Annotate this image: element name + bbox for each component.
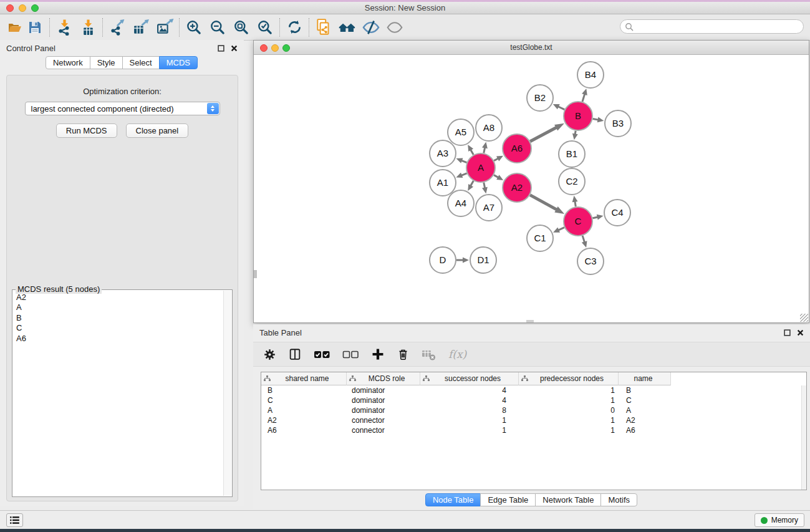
edge-A-A8[interactable] (484, 147, 485, 153)
result-item[interactable]: C (16, 323, 232, 333)
home-button[interactable] (337, 17, 357, 37)
node-C2[interactable]: C2 (559, 168, 585, 195)
clone-network-button[interactable] (314, 17, 334, 37)
table-cell[interactable]: C (261, 396, 347, 405)
table-cell[interactable]: dominator (347, 386, 420, 395)
export-table-button[interactable] (131, 17, 151, 37)
tab-mcds[interactable]: MCDS (159, 56, 198, 69)
hide-panels-button[interactable] (361, 17, 381, 37)
node-C1[interactable]: C1 (527, 225, 553, 251)
edge-A-A6[interactable] (494, 158, 498, 161)
table-cell[interactable]: connector (347, 416, 420, 425)
export-network-button[interactable] (107, 17, 127, 37)
result-item[interactable]: A6 (16, 334, 232, 344)
close-panel-button[interactable] (231, 45, 238, 52)
network-canvas[interactable]: AA1A2A3A4A5A6A7A8BB1B2B3B4CC1C2C3C4DD1 (254, 55, 809, 322)
table-close-button[interactable] (797, 329, 804, 336)
delete-table-button[interactable] (422, 347, 436, 362)
node-A5[interactable]: A5 (448, 119, 474, 145)
result-scrollbar[interactable] (223, 291, 231, 496)
show-panels-button[interactable] (385, 17, 405, 37)
run-mcds-button[interactable]: Run MCDS (56, 123, 117, 138)
edge-B-B2[interactable] (558, 107, 564, 110)
table-cell[interactable]: 1 (519, 416, 619, 425)
apply-layout-button[interactable] (284, 17, 304, 37)
edge-A-A1[interactable] (461, 173, 467, 175)
column-header-shared-name[interactable]: shared name (261, 372, 347, 385)
result-item[interactable]: A2 (16, 293, 232, 302)
criterion-dropdown[interactable]: largest connected component (directed) (25, 102, 220, 115)
table-cell[interactable]: A2 (261, 416, 347, 425)
zoom-selected-button[interactable] (255, 17, 275, 37)
node-A3[interactable]: A3 (430, 140, 456, 167)
edge-A-A5[interactable] (471, 150, 474, 155)
node-B1[interactable]: B1 (559, 141, 585, 167)
node-A1[interactable]: A1 (430, 170, 456, 196)
export-image-button[interactable] (155, 17, 175, 37)
table-scrollbar[interactable] (801, 385, 806, 490)
node-B2[interactable]: B2 (527, 85, 553, 111)
table-cell[interactable]: A (261, 406, 347, 415)
table-cell[interactable]: 1 (420, 426, 519, 435)
tab-network[interactable]: Network (46, 56, 90, 69)
table-tab-node-table[interactable]: Node Table (425, 493, 481, 506)
table-cell[interactable]: A6 (619, 426, 671, 435)
zoom-out-button[interactable] (208, 17, 228, 37)
search-input[interactable] (634, 22, 803, 31)
table-cell[interactable]: 4 (420, 386, 519, 395)
node-C3[interactable]: C3 (577, 248, 604, 274)
table-cell[interactable]: 1 (519, 386, 619, 395)
table-cell[interactable]: 0 (519, 406, 619, 415)
deselect-all-button[interactable] (342, 350, 359, 359)
edge-A-A3[interactable] (461, 160, 467, 162)
table-cell[interactable]: 1 (420, 416, 519, 425)
import-table-button[interactable] (78, 17, 98, 37)
select-all-button[interactable] (314, 350, 330, 359)
edge-C-C4[interactable] (592, 217, 597, 218)
column-header-mcds-role[interactable]: MCDS role (347, 372, 420, 385)
table-cell[interactable]: dominator (347, 396, 420, 405)
node-A6[interactable]: A6 (503, 134, 531, 163)
tab-style[interactable]: Style (90, 56, 123, 69)
canvas-left-handle[interactable] (254, 270, 257, 278)
resize-grip[interactable] (800, 314, 808, 322)
zoom-in-button[interactable] (184, 17, 204, 37)
edge-A2-C[interactable] (530, 195, 557, 210)
edge-C-C2[interactable] (575, 201, 576, 207)
float-panel-button[interactable] (218, 45, 224, 52)
delete-row-button[interactable] (397, 347, 410, 362)
table-cell[interactable]: 8 (420, 406, 519, 415)
memory-button[interactable]: Memory (755, 513, 804, 527)
edge-A-A4[interactable] (471, 181, 474, 186)
node-B[interactable]: B (564, 102, 592, 130)
node-A4[interactable]: A4 (448, 190, 474, 216)
node-A2[interactable]: A2 (503, 173, 531, 202)
table-cell[interactable]: B (261, 386, 347, 395)
table-tab-motifs[interactable]: Motifs (600, 493, 637, 506)
result-item[interactable]: B (16, 313, 232, 323)
column-header-successor-nodes[interactable]: successor nodes (420, 372, 519, 385)
result-item[interactable]: A (16, 302, 232, 312)
table-tab-network-table[interactable]: Network Table (535, 493, 601, 506)
table-cell[interactable]: A (619, 406, 671, 415)
table-cell[interactable]: C (619, 396, 671, 405)
open-session-button[interactable] (5, 17, 25, 37)
node-C4[interactable]: C4 (604, 200, 630, 226)
table-row[interactable]: Bdominator41B (261, 385, 806, 395)
node-A[interactable]: A (466, 153, 495, 182)
table-cell[interactable]: B (619, 386, 671, 395)
toggle-columns-button[interactable] (288, 347, 302, 361)
table-cell[interactable]: connector (347, 426, 420, 435)
edge-A-A2[interactable] (494, 175, 498, 178)
edge-A6-B[interactable] (530, 127, 556, 141)
node-D1[interactable]: D1 (470, 247, 496, 273)
table-cell[interactable]: 1 (519, 396, 619, 405)
table-cell[interactable]: 1 (519, 426, 619, 435)
edge-B-B3[interactable] (593, 118, 599, 120)
table-row[interactable]: Adominator80A (261, 405, 806, 415)
table-cell[interactable]: 4 (420, 396, 519, 405)
node-D[interactable]: D (430, 247, 456, 273)
edge-C-C3[interactable] (582, 236, 584, 243)
table-row[interactable]: A6connector11A6 (261, 425, 806, 435)
table-cell[interactable]: A2 (619, 416, 671, 425)
